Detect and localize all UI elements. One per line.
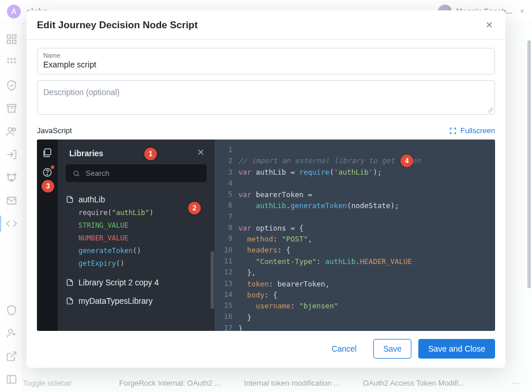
lib-member-generatetoken[interactable]: generateToken() <box>78 247 207 255</box>
libraries-rail-icon[interactable] <box>42 148 53 158</box>
svg-point-21 <box>47 174 47 175</box>
language-label: JavaScript <box>37 126 72 135</box>
close-icon[interactable] <box>485 20 494 31</box>
cancel-button[interactable]: Cancel <box>322 339 367 359</box>
library-name: authLib <box>78 195 105 204</box>
lib-member-string-value[interactable]: STRING_VALUE <box>78 221 207 229</box>
scrollbar-thumb[interactable] <box>527 40 531 288</box>
line-gutter: 1234567891011121314151617181920 <box>216 140 237 331</box>
close-libraries-icon[interactable] <box>196 148 205 159</box>
name-value: Example script <box>43 60 489 69</box>
library-name: myDataTypesLibrary <box>78 296 152 306</box>
annotation-badge-2: 2 <box>188 202 201 214</box>
script-editor: Libraries authLib require( <box>37 140 495 331</box>
libraries-search[interactable] <box>66 164 207 182</box>
editor-rail <box>37 140 58 331</box>
search-icon <box>73 169 80 178</box>
name-field[interactable]: Name Example script <box>37 48 495 74</box>
svg-rect-19 <box>45 149 51 155</box>
notification-dot-icon <box>51 165 54 169</box>
libraries-search-input[interactable] <box>86 169 200 178</box>
libraries-title: Libraries <box>69 149 103 158</box>
document-icon <box>66 195 74 203</box>
document-icon <box>66 297 74 305</box>
lib-member-number-value[interactable]: NUMBER_VALUE <box>78 234 207 242</box>
description-field[interactable]: Description (optional) <box>37 80 495 115</box>
library-name: Library Script 2 copy 4 <box>78 278 159 287</box>
modal-overlay: Edit Journey Decision Node Script Name E… <box>0 0 532 392</box>
modal-title: Edit Journey Decision Node Script <box>37 20 198 31</box>
help-rail-icon[interactable] <box>42 167 53 178</box>
code-pane[interactable]: 1234567891011121314151617181920 // impor… <box>216 140 495 331</box>
svg-point-22 <box>74 171 78 175</box>
resize-handle-icon[interactable] <box>488 107 493 113</box>
annotation-badge-4: 4 <box>400 154 413 167</box>
libraries-panel: Libraries authLib require( <box>58 140 216 331</box>
save-close-button[interactable]: Save and Close <box>418 339 495 359</box>
annotation-badge-3: 3 <box>42 180 54 193</box>
code-content[interactable]: // import an external library to get tok… <box>237 140 429 331</box>
description-placeholder: Description (optional) <box>43 84 489 97</box>
library-item[interactable]: Library Script 2 copy 4 <box>66 273 207 292</box>
fullscreen-icon <box>449 127 457 135</box>
fullscreen-button[interactable]: Fullscreen <box>449 126 495 135</box>
fullscreen-label: Fullscreen <box>460 126 495 135</box>
library-item[interactable]: myDataTypesLibrary <box>66 292 207 310</box>
edit-script-modal: Edit Journey Decision Node Script Name E… <box>27 10 505 368</box>
document-icon <box>66 278 74 287</box>
lib-member-getexpiry[interactable]: getExpiry() <box>78 259 207 267</box>
panel-scrollbar-thumb[interactable] <box>211 251 214 309</box>
annotation-badge-1: 1 <box>144 148 157 160</box>
lib-require-snippet[interactable]: require("authLib") <box>78 209 207 217</box>
save-button[interactable]: Save <box>373 339 411 359</box>
library-item-authlib[interactable]: authLib <box>66 190 207 209</box>
name-label: Name <box>43 52 489 59</box>
